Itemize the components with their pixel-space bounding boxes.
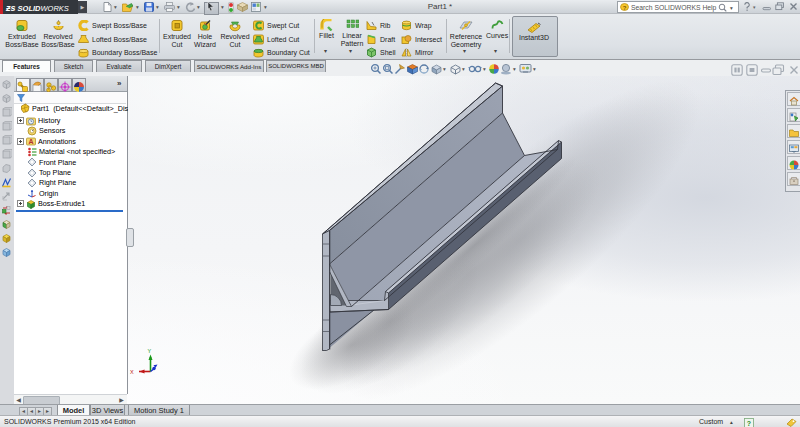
svg-text:A: A	[28, 138, 33, 145]
svg-text:?: ?	[623, 5, 627, 11]
svg-text:?: ?	[747, 419, 751, 426]
